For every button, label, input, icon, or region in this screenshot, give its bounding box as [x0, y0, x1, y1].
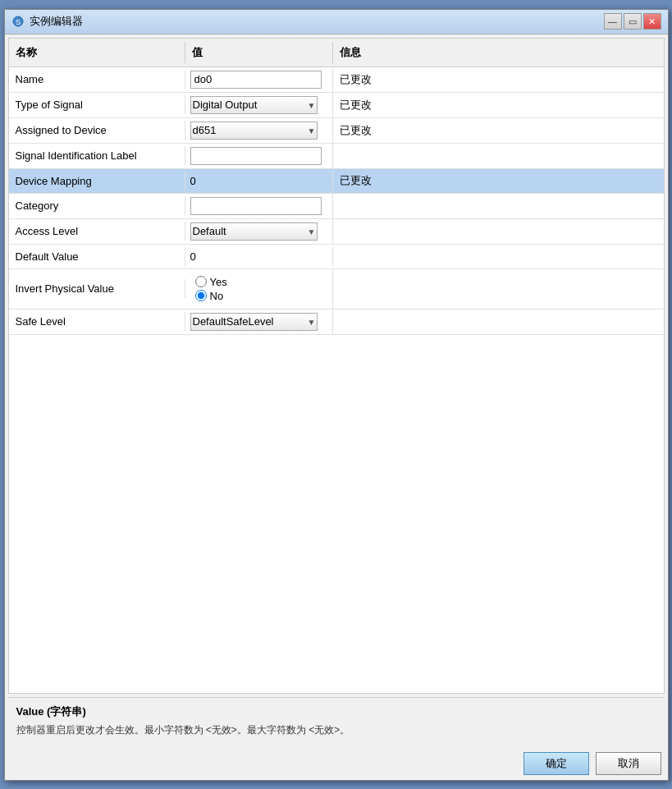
radio-group-invert: Yes No [190, 273, 232, 305]
label-name: Name [9, 70, 185, 89]
select-wrapper-device: d651 d652 d653 ▼ [190, 122, 318, 140]
row-safe-level: Safe Level DefaultSafeLevel 0 1 ▼ [9, 310, 664, 335]
input-category[interactable] [190, 197, 322, 215]
info-access-level [333, 228, 664, 235]
label-category: Category [9, 196, 185, 215]
window-controls: — ▭ ✕ [604, 13, 661, 30]
select-safe-level[interactable]: DefaultSafeLevel 0 1 [190, 313, 318, 331]
value-name [185, 67, 333, 92]
row-category: Category [9, 194, 664, 219]
info-signal-id-label [333, 153, 664, 159]
info-invert-physical-value [333, 286, 664, 292]
window-title: 实例编辑器 [30, 14, 604, 29]
label-default-value: Default Value [9, 247, 185, 266]
value-device-mapping: 0 [185, 172, 333, 190]
label-access-level: Access Level [9, 222, 185, 241]
radio-item-no[interactable]: No [195, 290, 227, 302]
select-wrapper-signal: Digital Output Digital Input Analog Outp… [190, 96, 318, 114]
spacer [9, 335, 664, 693]
text-device-mapping: 0 [190, 175, 196, 187]
info-type-of-signal: 已更改 [333, 94, 664, 116]
info-assigned-to-device: 已更改 [333, 120, 664, 141]
bottom-description-area: Value (字符串) 控制器重启后更改才会生效。最小字符数为 <无效>。最大字… [8, 697, 665, 744]
input-signal-id-label[interactable] [190, 147, 322, 165]
select-wrapper-safe-level: DefaultSafeLevel 0 1 ▼ [190, 313, 318, 331]
ok-button[interactable]: 确定 [523, 752, 589, 775]
bottom-description: 控制器重启后更改才会生效。最小字符数为 <无效>。最大字符数为 <无效>。 [16, 722, 656, 737]
row-assigned-to-device: Assigned to Device d651 d652 d653 ▼ 已更改 [9, 118, 664, 144]
info-default-value [333, 253, 664, 259]
value-default-value: 0 [185, 247, 333, 266]
info-category [333, 203, 664, 209]
label-signal-id-label: Signal Identification Label [9, 146, 185, 165]
label-invert-physical-value: Invert Physical Value [9, 279, 185, 298]
info-name: 已更改 [333, 69, 664, 90]
label-type-of-signal: Type of Signal [9, 95, 185, 114]
label-assigned-to-device: Assigned to Device [9, 121, 185, 140]
svg-text:S: S [15, 18, 20, 26]
text-default-value: 0 [190, 250, 196, 263]
info-safe-level [333, 319, 664, 325]
bottom-title: Value (字符串) [16, 704, 656, 719]
value-category [185, 194, 333, 218]
radio-yes-label: Yes [210, 276, 227, 288]
cancel-button[interactable]: 取消 [596, 752, 661, 775]
main-table-area: 名称 值 信息 Name 已更改 Type of Signal Digital [8, 38, 665, 694]
radio-no[interactable] [195, 290, 207, 301]
radio-no-label: No [210, 290, 224, 302]
label-device-mapping: Device Mapping [9, 172, 185, 190]
info-device-mapping: 已更改 [333, 170, 664, 191]
row-type-of-signal: Type of Signal Digital Output Digital In… [9, 93, 664, 118]
select-wrapper-access: Default ReadOnly Administrator ▼ [190, 222, 318, 241]
table-header: 名称 值 信息 [9, 39, 664, 67]
row-name: Name 已更改 [9, 67, 664, 93]
minimize-button[interactable]: — [604, 13, 622, 30]
row-default-value: Default Value 0 [9, 245, 664, 269]
header-name: 名称 [9, 42, 185, 63]
row-device-mapping: Device Mapping 0 已更改 [9, 169, 664, 194]
value-type-of-signal: Digital Output Digital Input Analog Outp… [185, 93, 333, 117]
header-info: 信息 [333, 42, 664, 63]
restore-button[interactable]: ▭ [624, 13, 642, 30]
select-assigned-to-device[interactable]: d651 d652 d653 [190, 122, 318, 140]
window-icon: S [11, 15, 25, 28]
window-content: 名称 值 信息 Name 已更改 Type of Signal Digital [5, 34, 668, 780]
input-name[interactable] [190, 71, 322, 89]
title-bar: S 实例编辑器 — ▭ ✕ [5, 10, 668, 34]
main-window: S 实例编辑器 — ▭ ✕ 名称 值 信息 Name 已更改 [4, 9, 669, 781]
value-safe-level: DefaultSafeLevel 0 1 ▼ [185, 310, 333, 334]
radio-yes[interactable] [195, 276, 207, 287]
row-signal-id-label: Signal Identification Label [9, 144, 664, 169]
value-invert-physical-value: Yes No [185, 269, 333, 309]
row-invert-physical-value: Invert Physical Value Yes No [9, 269, 664, 310]
header-value: 值 [185, 42, 333, 63]
select-type-of-signal[interactable]: Digital Output Digital Input Analog Outp… [190, 96, 318, 114]
label-safe-level: Safe Level [9, 312, 185, 331]
row-access-level: Access Level Default ReadOnly Administra… [9, 219, 664, 245]
close-button[interactable]: ✕ [643, 13, 661, 30]
radio-item-yes[interactable]: Yes [195, 276, 227, 288]
value-signal-id-label [185, 144, 333, 168]
value-access-level: Default ReadOnly Administrator ▼ [185, 219, 333, 244]
value-assigned-to-device: d651 d652 d653 ▼ [185, 118, 333, 143]
button-row: 确定 取消 [5, 747, 668, 780]
select-access-level[interactable]: Default ReadOnly Administrator [190, 222, 318, 241]
